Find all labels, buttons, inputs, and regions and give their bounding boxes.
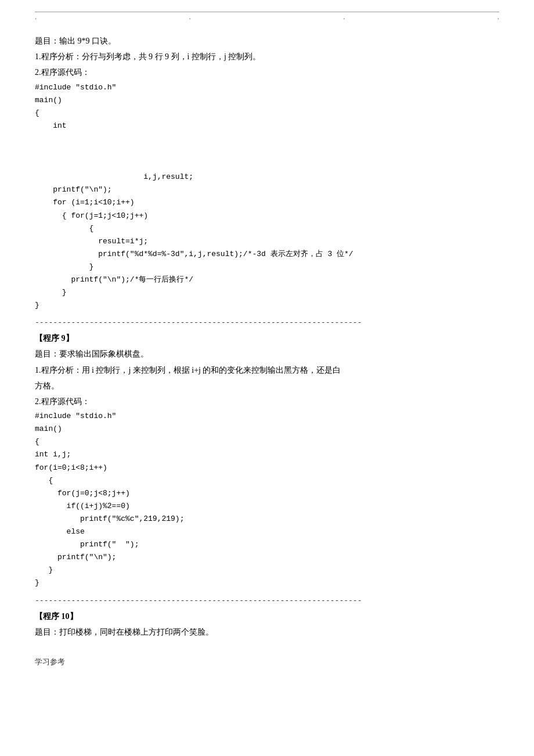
top-header: · · · ·: [35, 12, 499, 23]
divider2: ----------------------------------------…: [35, 596, 499, 604]
program8-section: 题目：输出 9*9 口诀。 1.程序分析：分行与列考虑，共 9 行 9 列，i …: [35, 34, 499, 312]
program10-label: 【程序 10】: [35, 609, 499, 624]
program10-title: 题目：打印楼梯，同时在楼梯上方打印两个笑脸。: [35, 625, 499, 639]
program9-label: 【程序 9】: [35, 331, 499, 345]
program8-title: 题目：输出 9*9 口诀。: [35, 34, 499, 48]
dot2: ·: [189, 15, 191, 23]
program9-code: #include "stdio.h" main() { int i,j; for…: [35, 410, 499, 589]
program9-analysis1b: 方格。: [35, 379, 499, 393]
divider1: ----------------------------------------…: [35, 318, 499, 326]
program9-analysis1: 1.程序分析：用 i 控制行，j 来控制列，根据 i+j 的和的变化来控制输出黑…: [35, 363, 499, 377]
dot1: ·: [35, 15, 37, 23]
program9-analysis2: 2.程序源代码：: [35, 394, 499, 409]
program8-analysis1: 1.程序分析：分行与列考虑，共 9 行 9 列，i 控制行，j 控制列。: [35, 49, 499, 64]
dot3: ·: [343, 15, 345, 23]
footer-label: 学习参考: [35, 657, 65, 666]
program8-code: #include "stdio.h" main() { int i,j,resu…: [35, 81, 499, 312]
footer: 学习参考: [35, 657, 499, 667]
program9-title: 题目：要求输出国际象棋棋盘。: [35, 347, 499, 361]
dot4: ·: [497, 15, 499, 23]
program10-section: 【程序 10】 题目：打印楼梯，同时在楼梯上方打印两个笑脸。: [35, 609, 499, 639]
program8-analysis2: 2.程序源代码：: [35, 65, 499, 80]
program9-section: 【程序 9】 题目：要求输出国际象棋棋盘。 1.程序分析：用 i 控制行，j 来…: [35, 331, 499, 589]
